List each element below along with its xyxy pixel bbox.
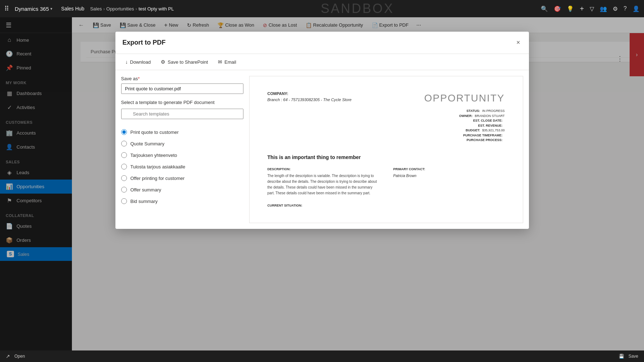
- preview-col-description: DESCRIPTION: The length of the descripti…: [268, 167, 379, 196]
- status-bar-left: ↗ Open: [6, 353, 25, 359]
- export-pdf-modal: Export to PDF × ↓ Download ⚙ Save to Sha…: [115, 32, 529, 229]
- status-bar-right: 💾 Save: [619, 354, 638, 359]
- company-value: Branch : 64 - 7571393082305 - The Cycle …: [268, 97, 352, 103]
- download-icon: ↓: [125, 59, 128, 65]
- email-icon: ✉: [218, 59, 222, 65]
- status-value: IN PROGRESS: [482, 109, 505, 114]
- goal-icon[interactable]: 🎯: [554, 5, 561, 12]
- status-label: STATUS:: [466, 109, 480, 114]
- owner-value: BRANDON STUART: [475, 114, 504, 119]
- template-option-tarjouksen[interactable]: Tarjouksen yhteenveto: [121, 151, 243, 159]
- status-bar: ↗ Open 💾 Save: [0, 350, 644, 362]
- meta-row-est-revenue: EST. REVENUE:: [424, 123, 505, 128]
- template-option-offer-printing[interactable]: Offer printing for customer: [121, 174, 243, 182]
- people-icon[interactable]: 👥: [600, 5, 607, 12]
- save-sharepoint-button[interactable]: ⚙ Save to SharePoint: [156, 57, 212, 67]
- waffle-icon[interactable]: ⠿: [4, 5, 9, 13]
- modal-header: Export to PDF ×: [115, 32, 529, 54]
- preview-doc-header: COMPANY: Branch : 64 - 7571393082305 - T…: [268, 91, 505, 143]
- hub-name: Sales Hub: [61, 6, 85, 12]
- template-label-tulosta: Tulosta tarjous asiakkaalle: [131, 164, 186, 169]
- modal-body: Save as* Select a template to generate P…: [115, 70, 529, 229]
- save-sharepoint-label: Save to SharePoint: [168, 59, 208, 65]
- save-as-label: Save as*: [121, 76, 243, 81]
- template-radio-offer-summary[interactable]: [121, 187, 127, 193]
- budget-label: BUDGET:: [466, 128, 480, 133]
- modal-toolbar: ↓ Download ⚙ Save to SharePoint ✉ Email: [115, 54, 529, 70]
- help-icon[interactable]: ?: [624, 5, 627, 12]
- download-label: Download: [130, 59, 151, 65]
- template-option-offer-summary[interactable]: Offer summary: [121, 185, 243, 194]
- description-text: The length of the description is variabl…: [268, 173, 379, 196]
- meta-row-budget: BUDGET: $35,921,753.00: [424, 128, 505, 133]
- modal-close-button[interactable]: ×: [515, 37, 522, 48]
- search-icon[interactable]: 🔍: [541, 5, 548, 12]
- breadcrumb-current: test Opty with PL: [138, 6, 174, 12]
- brand[interactable]: Dynamics 365 ▾: [15, 6, 52, 12]
- template-radio-quote-summary[interactable]: [121, 141, 127, 146]
- breadcrumb-sales[interactable]: Sales: [90, 6, 102, 12]
- search-templates-input[interactable]: [121, 109, 243, 119]
- template-label-print-quote: Print quote to customer: [131, 130, 179, 135]
- template-list: Print quote to customer Quote Summary Ta…: [121, 128, 243, 205]
- breadcrumb-sep2: ›: [136, 6, 137, 12]
- search-wrapper: 🔍: [121, 109, 243, 123]
- template-radio-print-quote[interactable]: [121, 129, 127, 135]
- breadcrumb: Sales › Opportunities › test Opty with P…: [90, 6, 174, 12]
- modal-right-preview[interactable]: COMPANY: Branch : 64 - 7571393082305 - T…: [249, 76, 523, 223]
- template-radio-offer-printing[interactable]: [121, 175, 127, 181]
- preview-content: COMPANY: Branch : 64 - 7571393082305 - T…: [250, 76, 523, 223]
- template-radio-bid-summary[interactable]: [121, 198, 127, 204]
- sandbox-title: SANDBOX: [177, 1, 538, 16]
- purchase-timeframe-label: PURCHASE TIMEFRAME:: [463, 133, 503, 138]
- preview-meta: STATUS: IN PROGRESS OWNER: BRANDON STUAR…: [424, 109, 505, 143]
- meta-row-purchase-timeframe: PURCHASE TIMEFRAME:: [424, 133, 505, 138]
- preview-col-contact: PRIMARY CONTACT: Patricia Brown: [393, 167, 505, 196]
- email-label: Email: [224, 59, 236, 65]
- preview-important: This is an important thing to remember: [268, 154, 505, 161]
- purchase-process-preview-label: PURCHASE PROCESS:: [466, 138, 502, 143]
- template-section-label: Select a template to generate PDF docume…: [121, 100, 243, 105]
- download-button[interactable]: ↓ Download: [121, 57, 155, 67]
- brand-name: Dynamics 365: [15, 6, 49, 12]
- description-label: DESCRIPTION:: [268, 167, 379, 172]
- template-option-bid-summary[interactable]: Bid summary: [121, 197, 243, 205]
- primary-contact-value: Patricia Brown: [393, 173, 505, 178]
- filter-icon[interactable]: ▽: [590, 5, 594, 12]
- modal-title: Export to PDF: [123, 39, 166, 46]
- template-option-quote-summary[interactable]: Quote Summary: [121, 139, 243, 148]
- lightbulb-icon[interactable]: 💡: [567, 5, 574, 12]
- breadcrumb-opportunities[interactable]: Opportunities: [106, 6, 134, 12]
- status-save-label[interactable]: Save: [629, 354, 638, 359]
- template-label-bid-summary: Bid summary: [131, 199, 158, 204]
- template-label-offer-summary: Offer summary: [131, 187, 161, 193]
- est-close-label: EST. CLOSE DATE:: [473, 118, 503, 123]
- meta-row-purchase-process: PURCHASE PROCESS:: [424, 138, 505, 143]
- template-label-quote-summary: Quote Summary: [131, 141, 165, 146]
- user-icon[interactable]: 👤: [632, 5, 640, 12]
- est-revenue-label: EST. REVENUE:: [478, 123, 502, 128]
- email-button[interactable]: ✉ Email: [214, 57, 241, 67]
- template-option-tulosta[interactable]: Tulosta tarjous asiakkaalle: [121, 162, 243, 171]
- status-open-label[interactable]: Open: [14, 354, 25, 359]
- primary-contact-label: PRIMARY CONTACT:: [393, 167, 505, 172]
- top-nav: ⠿ Dynamics 365 ▾ Sales Hub Sales › Oppor…: [0, 0, 644, 17]
- modal-left-panel: Save as* Select a template to generate P…: [121, 76, 243, 223]
- preview-opp-block: OPPORTUNITY STATUS: IN PROGRESS OWNER: B…: [424, 91, 505, 143]
- top-nav-icons: 🔍 🎯 💡 + ▽ 👥 ⚙ ? 👤: [541, 5, 640, 13]
- sharepoint-icon: ⚙: [161, 59, 165, 65]
- preview-two-col: DESCRIPTION: The length of the descripti…: [268, 167, 505, 196]
- preview-opp-title: OPPORTUNITY: [424, 91, 505, 106]
- meta-row-est-close: EST. CLOSE DATE:: [424, 118, 505, 123]
- status-save-icon: 💾: [619, 354, 624, 359]
- settings-icon[interactable]: ⚙: [613, 5, 618, 12]
- save-as-input[interactable]: [121, 83, 243, 94]
- add-icon[interactable]: +: [580, 5, 584, 13]
- breadcrumb-sep1: ›: [103, 6, 105, 12]
- template-radio-tulosta[interactable]: [121, 164, 127, 169]
- template-option-print-quote[interactable]: Print quote to customer: [121, 128, 243, 136]
- meta-row-status: STATUS: IN PROGRESS: [424, 109, 505, 114]
- budget-value: $35,921,753.00: [482, 128, 505, 133]
- template-radio-tarjouksen[interactable]: [121, 152, 127, 158]
- owner-label: OWNER:: [459, 114, 473, 119]
